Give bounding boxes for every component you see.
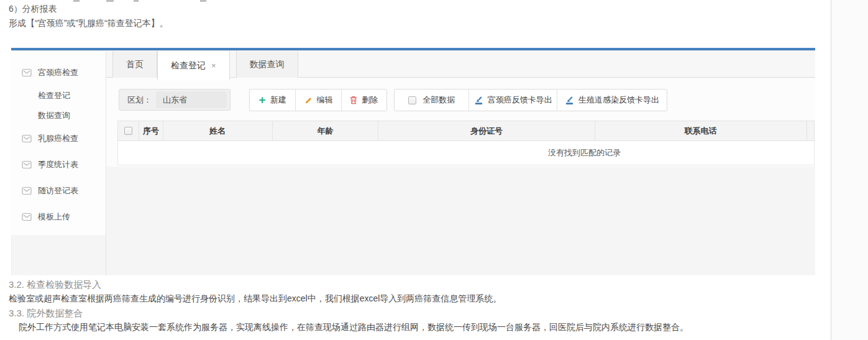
export-cervical-label: 宫颈癌反馈卡导出 bbox=[488, 94, 552, 106]
doc-text-register-book: 形成【“宫颈癌”或”乳腺癌“筛查登记本】。 bbox=[9, 18, 168, 29]
mail-icon bbox=[22, 134, 32, 143]
column-header-age: 年龄 bbox=[273, 121, 379, 140]
export-cervical-button[interactable]: 宫颈癌反馈卡导出 bbox=[468, 90, 556, 111]
sidebar-item-data-query[interactable]: 数据查询 bbox=[11, 106, 106, 126]
sidebar-item-followup-register[interactable]: 随访登记表 bbox=[11, 178, 106, 204]
mail-icon bbox=[22, 68, 32, 77]
select-all-cell bbox=[118, 121, 139, 140]
clipped-text-fragment bbox=[73, 0, 80, 2]
screening-app-window: 宫颈癌检查 检查登记 数据查询 乳腺癌检查 季度统计表 随访登记表 bbox=[11, 48, 815, 275]
tab-exam-register[interactable]: 检查登记 × bbox=[157, 51, 230, 80]
mail-icon bbox=[22, 213, 32, 221]
doc-heading-3-3: 3.3. 院外数据整合 bbox=[9, 308, 83, 319]
clipped-text-fragment bbox=[106, 0, 114, 2]
app-top-accent-bar bbox=[11, 48, 815, 50]
new-button[interactable]: + 新建 bbox=[250, 90, 295, 111]
sidebar-item-breast-exam[interactable]: 乳腺癌检查 bbox=[11, 126, 106, 152]
clipped-text-fragment bbox=[200, 0, 206, 2]
column-header-spacer bbox=[807, 121, 814, 140]
sidebar-item-label: 数据查询 bbox=[38, 110, 70, 121]
table-header-row: 序号 姓名 年龄 身份证号 联系电话 bbox=[117, 121, 815, 141]
region-selector: 区划： 山东省 bbox=[119, 89, 231, 111]
sidebar-item-label: 宫颈癌检查 bbox=[38, 67, 78, 78]
all-data-checkbox[interactable] bbox=[408, 96, 416, 104]
tab-data-query[interactable]: 数据查询 bbox=[236, 51, 298, 78]
sidebar-item-cervical-exam[interactable]: 宫颈癌检查 bbox=[11, 60, 106, 86]
plus-icon: + bbox=[259, 94, 266, 106]
tab-label: 首页 bbox=[126, 59, 144, 70]
sidebar-item-quarterly-stats[interactable]: 季度统计表 bbox=[11, 152, 106, 178]
doc-heading-3-2: 3.2. 检查检验数据导入 bbox=[9, 279, 101, 291]
crud-button-group: + 新建 编辑 删除 bbox=[249, 89, 387, 111]
export-button-group: 全部数据 宫颈癌反馈卡导出 生殖道感染反馈卡导出 bbox=[394, 89, 667, 111]
new-button-label: 新建 bbox=[270, 94, 286, 106]
all-data-toggle[interactable]: 全部数据 bbox=[395, 90, 468, 111]
clipped-text-fragment bbox=[134, 0, 139, 2]
doc-body-3-3: 院外工作方式使用笔记本电脑安装一套系统作为服务器，实现离线操作，在筛查现场通过路… bbox=[19, 322, 688, 333]
export-icon bbox=[565, 96, 574, 105]
column-header-index: 序号 bbox=[139, 121, 163, 140]
sidebar-item-label: 季度统计表 bbox=[38, 159, 78, 170]
column-header-name: 姓名 bbox=[163, 121, 273, 140]
tab-label: 检查登记 bbox=[171, 60, 206, 71]
empty-table-message: 没有找到匹配的记录 bbox=[117, 141, 815, 165]
all-data-label: 全部数据 bbox=[423, 94, 455, 106]
export-icon bbox=[474, 96, 483, 105]
sidebar-item-template-upload[interactable]: 模板上传 bbox=[11, 204, 106, 230]
trash-icon bbox=[350, 96, 357, 104]
tab-home[interactable]: 首页 bbox=[112, 51, 157, 78]
data-table: 序号 姓名 年龄 身份证号 联系电话 没有找到匹配的记录 bbox=[117, 121, 815, 165]
export-infection-button[interactable]: 生殖道感染反馈卡导出 bbox=[557, 90, 667, 111]
sidebar-item-label: 模板上传 bbox=[38, 211, 70, 223]
mail-icon bbox=[22, 186, 32, 195]
main-content: 区划： 山东省 + 新建 编辑 删除 bbox=[106, 78, 815, 167]
column-header-id-number: 身份证号 bbox=[378, 121, 595, 140]
doc-heading-analysis-report: 6）分析报表 bbox=[9, 4, 57, 15]
export-infection-label: 生殖道感染反馈卡导出 bbox=[578, 94, 659, 106]
delete-button[interactable]: 删除 bbox=[341, 90, 386, 111]
sidebar: 宫颈癌检查 检查登记 数据查询 乳腺癌检查 季度统计表 随访登记表 bbox=[11, 51, 106, 235]
select-all-checkbox[interactable] bbox=[124, 127, 132, 135]
doc-body-3-2: 检验室或超声检查室根据两癌筛查生成的编号进行身份识别，结果导出到excel中，我… bbox=[9, 293, 501, 305]
scrollbar-track[interactable] bbox=[831, 0, 868, 340]
sidebar-item-label: 检查登记 bbox=[38, 90, 70, 101]
region-label: 区划： bbox=[119, 94, 152, 106]
tab-bar: 首页 检查登记 × 数据查询 bbox=[106, 51, 815, 78]
tab-label: 数据查询 bbox=[250, 59, 285, 70]
edit-button[interactable]: 编辑 bbox=[295, 90, 340, 111]
page: 6）分析报表 形成【“宫颈癌”或”乳腺癌“筛查登记本】。 宫颈癌检查 检查登记 … bbox=[0, 0, 868, 340]
mail-icon bbox=[22, 160, 32, 169]
column-header-phone: 联系电话 bbox=[595, 121, 807, 140]
region-input[interactable]: 山东省 bbox=[156, 91, 227, 108]
sidebar-item-label: 随访登记表 bbox=[38, 185, 78, 196]
pencil-icon bbox=[304, 96, 313, 104]
close-icon[interactable]: × bbox=[211, 61, 216, 70]
sidebar-item-label: 乳腺癌检查 bbox=[38, 133, 78, 144]
sidebar-item-exam-register[interactable]: 检查登记 bbox=[11, 86, 106, 106]
edit-button-label: 编辑 bbox=[317, 94, 333, 106]
delete-button-label: 删除 bbox=[362, 94, 378, 106]
